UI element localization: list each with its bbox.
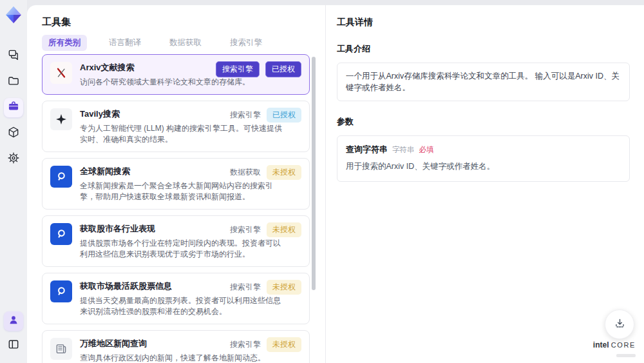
- category-badge: 搜索引擎: [230, 222, 261, 237]
- tool-description: 提供股票市场各个行业在特定时间段内的表现。投资者可以利用这些信息来识别表现优于或…: [80, 238, 287, 260]
- intel-sub-badge: [616, 354, 636, 357]
- package-icon: [7, 126, 20, 141]
- news-icon: [50, 223, 72, 245]
- tool-card[interactable]: 万维地区新闻查询 查询具体行政区划内的新闻，快速了解各地新闻动态。 搜索引擎 未…: [42, 330, 310, 363]
- tool-description: 查询具体行政区划内的新闻，快速了解各地新闻动态。: [80, 353, 287, 363]
- sidebar-item-toolbox[interactable]: [4, 98, 23, 117]
- category-tab[interactable]: 所有类别: [42, 35, 87, 51]
- auth-status-badge: 未授权: [267, 222, 301, 237]
- category-badge: 数据获取: [230, 165, 261, 180]
- chat-icon: [7, 48, 20, 64]
- auth-status-badge: 已授权: [265, 61, 301, 77]
- sidebar-bottom: [0, 311, 27, 355]
- intro-heading: 工具介绍: [337, 43, 630, 55]
- category-tab[interactable]: 搜索引擎: [223, 35, 269, 51]
- parameter-required-badge: 必填: [419, 145, 434, 155]
- sidebar-nav: [4, 46, 23, 169]
- arxiv-icon: [50, 62, 72, 84]
- parameter-name: 查询字符串: [346, 144, 388, 155]
- tool-card[interactable]: Arxiv文献搜索 访问各个研究领域大量科学论文和文章的存储库。 搜索引擎 已授…: [42, 54, 310, 95]
- panel-layout-icon: [7, 338, 20, 353]
- list-scrollbar[interactable]: [312, 57, 316, 290]
- tool-badges: 搜索引擎 未授权: [230, 280, 301, 295]
- category-badge: 搜索引擎: [230, 108, 261, 123]
- category-tab[interactable]: 语言翻译: [102, 35, 147, 51]
- parameter-description: 用于搜索的Arxiv ID、关键字或作者姓名。: [346, 161, 621, 172]
- intel-core-logo: intel CORE: [593, 341, 636, 358]
- tool-description: 专为人工智能代理 (LLM) 构建的搜索引擎工具。可快速提供实时、准确和真实的结…: [80, 123, 287, 145]
- auth-status-badge: 未授权: [267, 165, 301, 180]
- tool-description: 访问各个研究领域大量科学论文和文章的存储库。: [80, 77, 287, 88]
- category-badge: 搜索引擎: [230, 337, 261, 352]
- intro-text-box: 一个用于从Arxiv存储库搜索科学论文和文章的工具。 输入可以是Arxiv ID…: [337, 63, 630, 101]
- settings-gear-icon: [7, 152, 20, 167]
- category-tab[interactable]: 数据获取: [163, 35, 208, 51]
- auth-status-badge: 未授权: [267, 280, 301, 295]
- icon-sidebar: [0, 0, 27, 363]
- parameter-header: 查询字符串 字符串 必填: [346, 144, 621, 155]
- category-badge: 搜索引擎: [230, 280, 261, 295]
- page-title: 工具集: [42, 16, 71, 28]
- sidebar-item-folder[interactable]: [4, 72, 23, 92]
- news-icon: [50, 166, 72, 188]
- tool-card[interactable]: 获取市场最活跃股票信息 提供当天交易量最高的股票列表。投资者可以利用这些信息来识…: [42, 273, 310, 324]
- tool-card[interactable]: 全球新闻搜索 全球新闻搜索是一个聚合全球各大新闻网站内容的搜索引擎，帮助用户快速…: [42, 158, 310, 210]
- auth-status-badge: 未授权: [267, 337, 301, 352]
- news-icon: [50, 280, 72, 302]
- intel-wordmark: intel: [593, 340, 609, 349]
- core-wordmark: CORE: [611, 341, 636, 349]
- parameter-type: 字符串: [392, 145, 415, 155]
- tool-card[interactable]: Tavily搜索 专为人工智能代理 (LLM) 构建的搜索引擎工具。可快速提供实…: [42, 101, 310, 152]
- gem-logo-icon: [5, 6, 23, 24]
- star-icon: [50, 108, 72, 130]
- toolbox-icon: [7, 100, 20, 115]
- tool-description: 全球新闻搜索是一个聚合全球各大新闻网站内容的搜索引擎，帮助用户快速获取全球最新资…: [80, 181, 287, 202]
- auth-status-badge: 已授权: [267, 108, 301, 123]
- tool-badges: 搜索引擎 未授权: [230, 222, 301, 237]
- params-heading: 参数: [337, 116, 630, 128]
- sidebar-item-panel-toggle[interactable]: [4, 336, 23, 355]
- sidebar-item-user[interactable]: [4, 311, 23, 331]
- paper-icon: [50, 338, 72, 360]
- tool-badges: 搜索引擎 已授权: [216, 61, 301, 77]
- tool-badges: 数据获取 未授权: [230, 165, 301, 180]
- tool-card[interactable]: 获取股市各行业表现 提供股票市场各个行业在特定时间段内的表现。投资者可以利用这些…: [42, 215, 310, 267]
- main-content-card: 工具集 所有类别语言翻译数据获取搜索引擎 Arxiv文献搜索 访问各个研究领域大…: [27, 5, 644, 363]
- sidebar-item-settings[interactable]: [4, 150, 23, 169]
- detail-title: 工具详情: [337, 17, 630, 28]
- tool-detail-panel: 工具详情 工具介绍 一个用于从Arxiv存储库搜索科学论文和文章的工具。 输入可…: [325, 5, 644, 363]
- sidebar-item-package[interactable]: [4, 124, 23, 143]
- category-tabs: 所有类别语言翻译数据获取搜索引擎: [42, 35, 269, 51]
- folder-icon: [7, 74, 20, 90]
- tool-description: 提供当天交易量最高的股票列表。投资者可以利用这些信息来识别流动性强的股票和潜在的…: [80, 295, 287, 317]
- sidebar-item-chat[interactable]: [4, 46, 23, 66]
- tool-badges: 搜索引擎 已授权: [230, 108, 301, 123]
- download-button[interactable]: [605, 309, 634, 339]
- parameter-box: 查询字符串 字符串 必填 用于搜索的Arxiv ID、关键字或作者姓名。: [337, 135, 630, 182]
- tool-list: Arxiv文献搜索 访问各个研究领域大量科学论文和文章的存储库。 搜索引擎 已授…: [42, 54, 310, 363]
- tool-badges: 搜索引擎 未授权: [230, 337, 301, 352]
- user-icon: [7, 313, 20, 329]
- download-icon: [614, 317, 626, 332]
- app-logo[interactable]: [4, 5, 23, 25]
- category-badge: 搜索引擎: [216, 61, 260, 77]
